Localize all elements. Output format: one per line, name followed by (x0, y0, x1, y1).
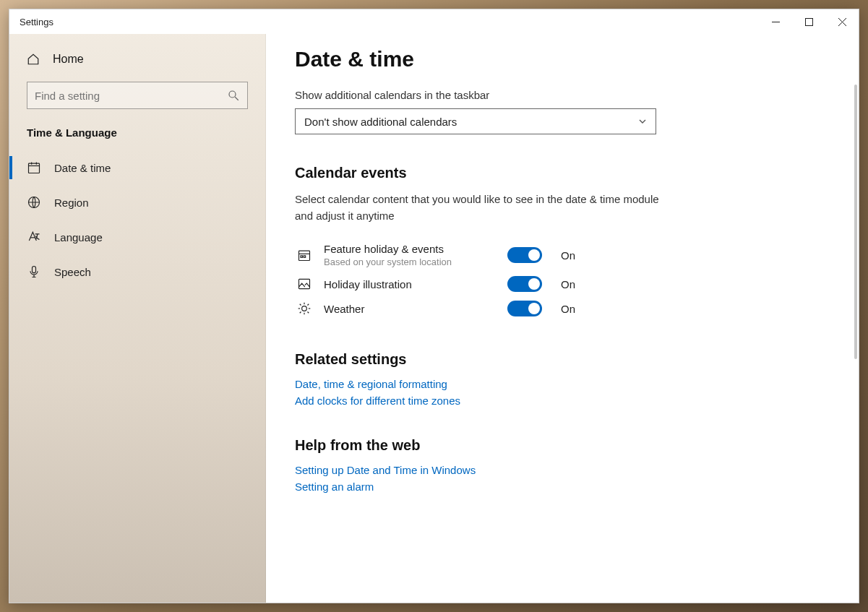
sidebar-home[interactable]: Home (9, 43, 265, 76)
close-icon (838, 18, 846, 26)
svg-point-4 (229, 91, 236, 98)
additional-calendars-label: Show additional calendars in the taskbar (295, 89, 830, 101)
toggle-state-label: On (561, 249, 575, 262)
calendar-event-icon (297, 248, 311, 262)
calendar-events-description: Select calendar content that you would l… (295, 191, 671, 224)
help-heading: Help from the web (295, 437, 830, 454)
toggle-weather[interactable] (507, 301, 542, 316)
window-body: Home Time & Language Date & time (9, 34, 859, 603)
sidebar-item-label: Language (54, 231, 103, 243)
sidebar-item-speech[interactable]: Speech (9, 254, 265, 289)
svg-line-25 (300, 312, 301, 314)
toggle-row-weather: Weather On (295, 296, 830, 321)
sidebar: Home Time & Language Date & time (9, 34, 266, 603)
search-icon (227, 89, 240, 102)
additional-calendars-select[interactable]: Don't show additional calendars (295, 108, 656, 134)
toggle-state-label: On (561, 278, 575, 290)
home-icon (27, 53, 40, 66)
link-setting-up-date-time[interactable]: Setting up Date and Time in Windows (295, 464, 830, 476)
svg-rect-6 (29, 163, 40, 173)
main-content[interactable]: Date & time Show additional calendars in… (266, 34, 859, 603)
close-button[interactable] (825, 9, 859, 34)
svg-rect-1 (805, 18, 812, 25)
sidebar-item-date-time[interactable]: Date & time (9, 150, 265, 185)
svg-rect-12 (33, 267, 36, 273)
speech-icon (27, 264, 41, 279)
sidebar-item-language[interactable]: Language (9, 220, 265, 254)
window-title: Settings (20, 17, 53, 27)
svg-rect-15 (301, 256, 303, 258)
help-from-web-section: Help from the web Setting up Date and Ti… (295, 437, 830, 493)
svg-rect-16 (304, 256, 306, 258)
toggle-row-feature-holiday: Feature holiday & events Based on your s… (295, 238, 830, 272)
chevron-down-icon (638, 117, 647, 126)
date-time-icon (27, 160, 41, 175)
language-icon (27, 230, 41, 244)
related-settings-heading: Related settings (295, 351, 830, 368)
toggle-subtitle: Based on your system location (324, 257, 497, 267)
settings-window: Settings Home (9, 9, 859, 603)
link-setting-alarm[interactable]: Setting an alarm (295, 480, 830, 493)
region-icon (27, 195, 41, 210)
sidebar-item-region[interactable]: Region (9, 185, 265, 220)
weather-icon (297, 301, 311, 316)
calendar-events-section: Calendar events Select calendar content … (295, 165, 830, 321)
maximize-icon (805, 18, 813, 26)
sidebar-item-label: Speech (54, 266, 91, 278)
toggle-title: Holiday illustration (324, 278, 497, 290)
sidebar-item-label: Region (54, 197, 89, 209)
search-input-wrap[interactable] (27, 82, 248, 109)
link-date-time-formatting[interactable]: Date, time & regional formatting (295, 378, 830, 390)
search-input[interactable] (35, 90, 221, 102)
svg-line-5 (235, 97, 239, 100)
svg-point-18 (302, 306, 307, 311)
svg-line-24 (308, 312, 309, 314)
sidebar-section-label: Time & Language (9, 119, 265, 150)
link-add-clocks[interactable]: Add clocks for different time zones (295, 395, 830, 407)
scrollbar[interactable] (854, 85, 857, 359)
toggle-state-label: On (561, 303, 575, 315)
titlebar: Settings (9, 9, 859, 34)
illustration-icon (297, 277, 311, 291)
svg-line-26 (308, 304, 309, 306)
minimize-icon (772, 18, 780, 26)
toggle-title: Feature holiday & events (324, 243, 497, 255)
toggle-feature-holiday[interactable] (507, 247, 542, 263)
sidebar-item-label: Date & time (54, 162, 111, 174)
window-controls (759, 9, 859, 34)
toggle-title: Weather (324, 303, 497, 315)
svg-line-23 (300, 304, 301, 306)
maximize-button[interactable] (792, 9, 825, 34)
sidebar-home-label: Home (53, 53, 84, 66)
minimize-button[interactable] (759, 9, 792, 34)
calendar-events-heading: Calendar events (295, 165, 830, 181)
toggle-row-holiday-illustration: Holiday illustration On (295, 272, 830, 296)
svg-rect-17 (299, 279, 310, 288)
toggle-holiday-illustration[interactable] (507, 276, 542, 292)
related-settings-section: Related settings Date, time & regional f… (295, 351, 830, 407)
sidebar-search (9, 76, 265, 119)
additional-calendars-value: Don't show additional calendars (304, 116, 457, 128)
page-title: Date & time (295, 47, 830, 72)
